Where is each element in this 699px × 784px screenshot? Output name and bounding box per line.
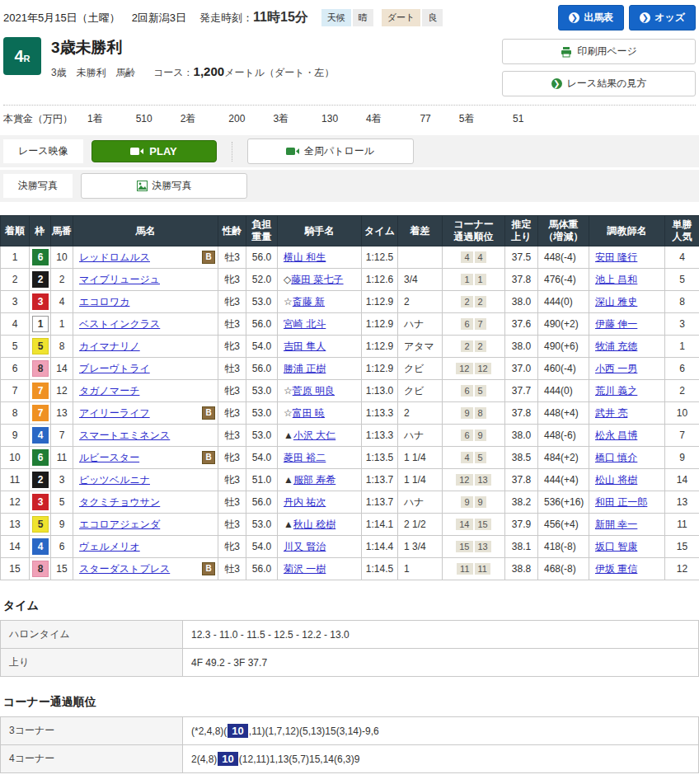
jockey-link[interactable]: 菱田 裕二 bbox=[284, 452, 326, 463]
horse-name-link[interactable]: ベストインクラス bbox=[79, 318, 160, 330]
trainer-link[interactable]: 安田 隆行 bbox=[595, 251, 637, 263]
finish-photo-button[interactable]: 決勝写真 bbox=[81, 173, 247, 199]
entries-button[interactable]: ❯ 出馬表 bbox=[558, 5, 624, 31]
jockey-link[interactable]: 宮崎 北斗 bbox=[284, 318, 326, 330]
table-row: 8713アイリーライフB牝353.0☆富田 暁1:13.329837.8448(… bbox=[1, 402, 699, 425]
horse-name-cell: アイリーライフB bbox=[73, 402, 218, 425]
horse-name-link[interactable]: レッドロムルス bbox=[79, 251, 150, 263]
horse-weight: 448(+4) bbox=[538, 402, 589, 425]
win-popularity: 5 bbox=[665, 269, 699, 291]
win-popularity: 3 bbox=[665, 313, 699, 336]
jockey-link[interactable]: 秋山 稔樹 bbox=[293, 519, 335, 530]
prize-place: 4着 bbox=[366, 113, 382, 124]
jockey-apprentice-mark: ▲ bbox=[284, 430, 293, 441]
jockey-link[interactable]: 服部 寿希 bbox=[293, 474, 335, 486]
horse-number: 12 bbox=[51, 380, 73, 402]
horse-name-link[interactable]: スターダストプレス bbox=[79, 563, 170, 575]
column-header: 着順 bbox=[1, 216, 30, 246]
corner-order-number: 8 bbox=[475, 407, 486, 419]
result-guide-button[interactable]: ❯ レース結果の見方 bbox=[502, 71, 696, 96]
trainer-link[interactable]: 坂口 智康 bbox=[595, 541, 637, 552]
trainer-link[interactable]: 荒川 義之 bbox=[595, 385, 637, 397]
table-row: 1359エコロアジェンダ牡353.0▲秋山 稔樹1:14.12 1/214153… bbox=[1, 514, 699, 536]
jockey-link[interactable]: 横山 和生 bbox=[284, 251, 326, 263]
waku-number: 5 bbox=[32, 338, 49, 354]
trainer-link[interactable]: 伊藤 伸一 bbox=[595, 318, 637, 330]
jockey-link[interactable]: 斎藤 新 bbox=[293, 296, 325, 307]
corner-order-number: 15 bbox=[456, 541, 472, 552]
trainer-link[interactable]: 牧浦 充徳 bbox=[595, 340, 637, 352]
horse-weight: 418(-8) bbox=[538, 536, 589, 558]
jockey-link[interactable]: 丹内 祐次 bbox=[284, 496, 326, 508]
carried-weight: 54.0 bbox=[246, 536, 278, 558]
patrol-video-button[interactable]: 全周パトロール bbox=[247, 138, 414, 164]
print-page-button[interactable]: 印刷用ページ bbox=[502, 39, 696, 64]
trainer-cell: 松永 昌博 bbox=[589, 425, 665, 447]
results-header-row: 着順枠馬番馬名性齢負担重量騎手名タイム着差コーナー通過順位推定上り馬体重（増減）… bbox=[1, 216, 699, 246]
jockey-link[interactable]: 菅原 明良 bbox=[293, 385, 335, 397]
trainer-link[interactable]: 松永 昌博 bbox=[595, 430, 637, 441]
horse-name-link[interactable]: アイリーライフ bbox=[79, 407, 150, 419]
corner-order-number: 1 bbox=[475, 274, 486, 285]
corner-order-number: 12 bbox=[475, 363, 491, 374]
trainer-cell: 深山 雅史 bbox=[589, 291, 665, 313]
jockey-link[interactable]: 藤田 菜七子 bbox=[291, 274, 343, 285]
play-button[interactable]: PLAY bbox=[91, 140, 217, 162]
horse-name-link[interactable]: タガノマーチ bbox=[79, 385, 139, 397]
corner-order-number: 12 bbox=[456, 363, 472, 374]
finish-time: 1:14.1 bbox=[362, 514, 398, 536]
horse-number: 2 bbox=[51, 269, 73, 291]
prize-amount: 130 bbox=[310, 113, 338, 124]
horse-name-link[interactable]: エコロアジェンダ bbox=[79, 519, 160, 530]
trainer-link[interactable]: 橋口 慎介 bbox=[595, 452, 637, 463]
horse-name-link[interactable]: カイマナリノ bbox=[79, 340, 140, 352]
waku-cell: 8 bbox=[30, 358, 51, 380]
jockey-link[interactable]: 菊沢 一樹 bbox=[284, 563, 326, 575]
corner-order-text: 2(4,8) bbox=[191, 753, 217, 765]
trainer-link[interactable]: 池上 昌和 bbox=[595, 274, 637, 285]
jockey-cell: ▲秋山 稔樹 bbox=[278, 514, 362, 536]
horse-weight: 460(-4) bbox=[538, 358, 589, 380]
horse-weight: 468(-8) bbox=[538, 558, 589, 580]
horse-name-link[interactable]: ピッツベルニナ bbox=[79, 474, 150, 486]
trainer-link[interactable]: 新開 幸一 bbox=[595, 519, 637, 530]
waku-cell: 4 bbox=[30, 536, 51, 558]
trainer-link[interactable]: 松山 将樹 bbox=[595, 474, 637, 486]
horse-name-link[interactable]: ルビースター bbox=[79, 452, 139, 463]
horse-name-link[interactable]: エコロワカ bbox=[79, 296, 129, 307]
race-number-badge: 4R bbox=[3, 37, 41, 75]
trainer-link[interactable]: 小西 一男 bbox=[595, 363, 637, 374]
waku-number: 8 bbox=[32, 360, 49, 377]
trainer-link[interactable]: 和田 正一郎 bbox=[595, 496, 647, 508]
jockey-link[interactable]: 富田 暁 bbox=[293, 407, 325, 419]
jockey-link[interactable]: 吉田 隼人 bbox=[284, 340, 326, 352]
prize-money-items: 1着5102着2003着1304着775着51 bbox=[87, 112, 551, 126]
horse-name-link[interactable]: タクミチョウサン bbox=[79, 496, 160, 508]
horse-name-cell: ルビースターB bbox=[73, 447, 218, 469]
margin: 2 bbox=[398, 291, 443, 313]
column-header: タイム bbox=[362, 216, 398, 246]
horse-name-link[interactable]: ヴェルメリオ bbox=[79, 541, 140, 552]
waku-cell: 8 bbox=[30, 558, 51, 580]
corner-order-cell: 1415 bbox=[443, 514, 505, 536]
waku-number: 6 bbox=[32, 249, 49, 265]
jockey-link[interactable]: 川又 賢治 bbox=[284, 541, 326, 552]
trainer-link[interactable]: 深山 雅史 bbox=[595, 296, 637, 307]
horse-name-link[interactable]: マイブリュージュ bbox=[79, 274, 160, 285]
jockey-link[interactable]: 勝浦 正樹 bbox=[284, 363, 326, 374]
trainer-link[interactable]: 伊坂 重信 bbox=[595, 563, 637, 575]
margin: 2 1/2 bbox=[398, 514, 443, 536]
trainer-cell: 新開 幸一 bbox=[589, 514, 665, 536]
sex-age: 牡3 bbox=[218, 313, 246, 336]
horse-name-link[interactable]: ブレーヴトライ bbox=[79, 363, 150, 374]
margin bbox=[398, 246, 443, 269]
horse-name-link[interactable]: スマートエミネンス bbox=[79, 430, 170, 441]
jockey-apprentice-mark: ▲ bbox=[284, 519, 293, 530]
trainer-link[interactable]: 武井 亮 bbox=[595, 407, 627, 419]
jockey-apprentice-mark: ☆ bbox=[284, 385, 293, 397]
jockey-link[interactable]: 小沢 大仁 bbox=[293, 430, 335, 441]
horse-number: 15 bbox=[51, 558, 73, 580]
table-row: 334エコロワカ牝353.0☆斎藤 新1:12.922238.0444(0)深山… bbox=[1, 291, 699, 313]
odds-button[interactable]: ❯ オッズ bbox=[629, 5, 696, 31]
finish-position: 6 bbox=[1, 358, 30, 380]
